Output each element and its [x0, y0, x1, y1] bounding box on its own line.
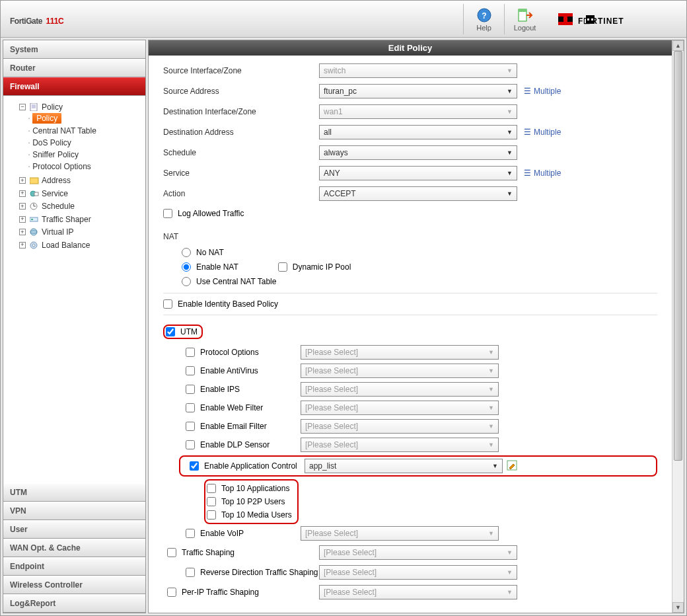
check-app[interactable] — [190, 461, 199, 471]
select-src-if[interactable]: switch▼ — [319, 63, 517, 78]
check-top-apps[interactable] — [207, 484, 216, 493]
check-identity[interactable] — [163, 299, 172, 309]
chevron-down-icon: ▼ — [507, 549, 513, 556]
check-rev-ts[interactable] — [186, 568, 195, 577]
multiple-service[interactable]: ☰Multiple — [524, 169, 561, 178]
svg-text:?: ? — [482, 11, 486, 20]
select-rev-ts[interactable]: [Please Select]▼ — [319, 565, 517, 580]
svg-rect-3 — [519, 9, 526, 12]
select-wf[interactable]: [Please Select]▼ — [301, 401, 499, 415]
nav-vpn[interactable]: VPN — [3, 502, 145, 520]
check-perip-ts[interactable] — [167, 588, 176, 597]
radio-no-nat[interactable] — [182, 248, 191, 257]
tree-central-nat[interactable]: Central NAT Table — [32, 126, 96, 135]
label-nat: NAT — [163, 228, 657, 245]
scroll-up-icon[interactable]: ▲ — [672, 40, 684, 51]
nav-system[interactable]: System — [3, 40, 145, 59]
chevron-down-icon: ▼ — [488, 530, 494, 537]
label-src-if: Source Interface/Zone — [163, 66, 319, 75]
balance-icon — [30, 241, 39, 249]
select-av[interactable]: [Please Select]▼ — [301, 364, 499, 378]
tree-lb[interactable]: +Load Balance — [19, 241, 90, 250]
nav-wanopt[interactable]: WAN Opt. & Cache — [3, 539, 145, 557]
select-voip[interactable]: [Please Select]▼ — [301, 526, 499, 541]
top10-highlight: Top 10 Applications Top 10 P2P Users Top… — [204, 479, 299, 524]
help-icon: ? — [477, 8, 491, 22]
service-icon — [30, 190, 39, 198]
select-dst-addr[interactable]: all▼ — [319, 125, 517, 139]
svg-rect-13 — [589, 17, 591, 22]
check-top-p2p[interactable] — [207, 497, 216, 506]
tree-vip[interactable]: +Virtual IP — [19, 227, 73, 237]
select-perip-ts[interactable]: [Please Select]▼ — [319, 585, 517, 599]
nav-logreport[interactable]: Log&Report — [3, 594, 145, 613]
check-log-allowed[interactable] — [163, 209, 172, 218]
radio-enable-nat[interactable] — [182, 262, 191, 272]
label-top-p2p: Top 10 P2P Users — [221, 497, 285, 506]
select-ips[interactable]: [Please Select]▼ — [301, 382, 499, 397]
select-action[interactable]: ACCEPT▼ — [319, 186, 517, 201]
check-proto-opt[interactable] — [186, 348, 195, 357]
check-voip[interactable] — [186, 529, 195, 538]
select-proto-opt[interactable]: [Please Select]▼ — [301, 345, 499, 360]
tree-service[interactable]: +Service — [19, 189, 68, 198]
check-utm[interactable] — [166, 327, 175, 336]
check-dyn-pool[interactable] — [278, 262, 287, 272]
nav-firewall[interactable]: Firewall — [3, 77, 145, 96]
brand-logo: F☐RTINET — [558, 12, 677, 26]
check-dlp[interactable] — [186, 440, 195, 449]
tree-policy[interactable]: −Policy — [19, 102, 63, 112]
scroll-thumb[interactable] — [674, 51, 682, 461]
label-proto-opt: Protocol Options — [200, 348, 259, 357]
label-dst-addr: Destination Address — [163, 128, 319, 137]
check-ips[interactable] — [186, 385, 195, 394]
nav-utm[interactable]: UTM — [3, 483, 145, 502]
chevron-down-icon: ▼ — [507, 190, 513, 197]
nav-router[interactable]: Router — [3, 59, 145, 77]
tree-dos[interactable]: DoS Policy — [32, 138, 71, 147]
check-av[interactable] — [186, 366, 195, 375]
nav-endpoint[interactable]: Endpoint — [3, 557, 145, 576]
edit-app-list[interactable] — [507, 460, 517, 473]
logout-button[interactable]: Logout — [504, 4, 545, 34]
main-scrollbar[interactable]: ▲ ▼ — [672, 40, 684, 613]
select-dlp[interactable]: [Please Select]▼ — [301, 438, 499, 452]
select-src-addr[interactable]: fturan_pc▼ — [319, 84, 517, 98]
tree-address[interactable]: +Address — [19, 176, 71, 185]
multiple-dst-addr[interactable]: ☰Multiple — [524, 128, 561, 137]
tree-sniffer[interactable]: Sniffer Policy — [32, 150, 79, 159]
label-perip-ts: Per-IP Traffic Shaping — [182, 588, 259, 597]
chevron-down-icon: ▼ — [507, 569, 513, 576]
select-ef[interactable]: [Please Select]▼ — [301, 419, 499, 434]
select-dst-if[interactable]: wan1▼ — [319, 104, 517, 119]
select-schedule[interactable]: always▼ — [319, 145, 517, 160]
multiple-src-addr[interactable]: ☰Multiple — [524, 87, 561, 96]
select-app[interactable]: app_list▼ — [305, 459, 503, 473]
label-enable-nat: Enable NAT — [196, 262, 238, 272]
list-icon: ☰ — [524, 128, 531, 137]
select-service[interactable]: ANY▼ — [319, 166, 517, 180]
check-top-media[interactable] — [207, 510, 216, 520]
chevron-down-icon: ▼ — [492, 463, 498, 469]
app-control-highlight: Enable Application Control app_list▼ — [179, 455, 657, 477]
nav-user[interactable]: User — [3, 520, 145, 539]
tree-policy-sub[interactable]: Policy — [32, 113, 61, 124]
label-central-nat: Use Central NAT Table — [196, 277, 276, 286]
nav-wireless[interactable]: Wireless Controller — [3, 576, 145, 594]
tree-protoopt[interactable]: Protocol Options — [32, 162, 91, 171]
svg-point-26 — [30, 229, 37, 235]
label-ts: Traffic Shaping — [182, 548, 235, 557]
radio-central-nat[interactable] — [182, 277, 191, 286]
help-button[interactable]: ? Help — [463, 4, 504, 34]
scroll-down-icon[interactable]: ▼ — [672, 602, 684, 613]
tree-shaper[interactable]: +Traffic Shaper — [19, 215, 91, 224]
check-ts[interactable] — [167, 548, 176, 557]
check-ef[interactable] — [186, 422, 195, 431]
select-ts[interactable]: [Please Select]▼ — [319, 545, 517, 560]
svg-rect-14 — [30, 103, 37, 111]
check-wf[interactable] — [186, 403, 195, 412]
clock-icon — [30, 202, 39, 210]
chevron-down-icon: ▼ — [507, 149, 513, 156]
tree-schedule[interactable]: +Schedule — [19, 202, 75, 211]
chevron-down-icon: ▼ — [507, 129, 513, 135]
